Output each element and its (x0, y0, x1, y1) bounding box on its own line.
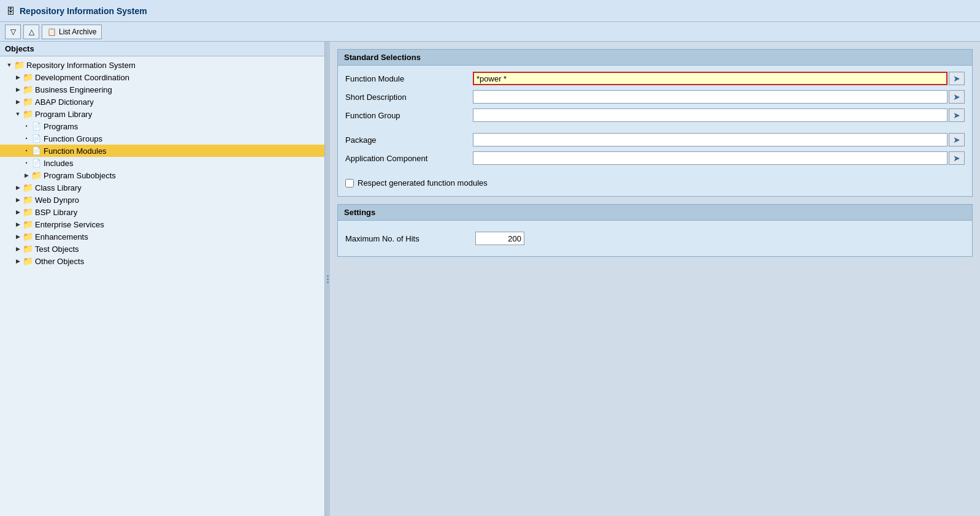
tree-arrow-prog-lib: ▼ (13, 110, 22, 118)
tree-label-includes: Includes (44, 159, 73, 168)
tree-item-programs[interactable]: •📄Programs (0, 120, 324, 132)
tree-item-web-dynpro[interactable]: ▶📁Web Dynpro (0, 194, 324, 206)
tree-item-enhancements[interactable]: ▶📁Enhancements (0, 230, 324, 243)
tree-item-abap-dict[interactable]: ▶📁ABAP Dictionary (0, 96, 324, 108)
tree-arrow-includes: • (22, 159, 31, 167)
form-lookup-btn-package[interactable]: ➤ (949, 133, 965, 146)
objects-header: Objects (0, 42, 324, 56)
tree-label-test-objects: Test Objects (35, 245, 79, 254)
tree-arrow-web-dynpro: ▶ (13, 195, 22, 204)
form-input-short-desc[interactable] (473, 90, 947, 104)
tree-arrow-class-lib: ▶ (13, 183, 22, 192)
form-lookup-btn-app-component[interactable]: ➤ (949, 151, 965, 165)
form-row-func-group: Function Group➤ (345, 108, 965, 122)
tree-label-enhancements: Enhancements (35, 232, 88, 241)
form-row-short-desc: Short Description➤ (345, 90, 965, 104)
tree-label-bsp-lib: BSP Library (35, 208, 77, 217)
toolbar-btn-down[interactable]: ▽ (5, 25, 21, 39)
tree-item-bsp-lib[interactable]: ▶📁BSP Library (0, 206, 324, 218)
tree-item-class-lib[interactable]: ▶📁Class Library (0, 181, 324, 194)
form-input-group-app-component: ➤ (473, 151, 965, 165)
checkbox-row-respect-generated: Respect generated function modules (345, 178, 965, 188)
tree-label-class-lib: Class Library (35, 183, 82, 192)
form-lookup-btn-func-group[interactable]: ➤ (949, 108, 965, 122)
form-input-func-module[interactable] (473, 72, 947, 85)
form-input-group-func-group: ➤ (473, 108, 965, 122)
toolbar-btn-up[interactable]: △ (23, 25, 39, 39)
tree-arrow-prog-subobj: ▶ (22, 171, 31, 180)
title-bar: 🗄 Repository Information System (0, 0, 980, 22)
standard-selections-body: Function Module➤Short Description➤Functi… (338, 66, 972, 196)
settings-section: Settings Maximum No. of Hits (337, 204, 973, 257)
tree-item-dev-coord[interactable]: ▶📁Development Coordination (0, 71, 324, 83)
folder-icon-bsp-lib: 📁 (22, 207, 33, 217)
folder-icon-dev-coord: 📁 (22, 72, 33, 82)
title-bar-text: Repository Information System (20, 6, 147, 16)
form-lookup-btn-func-module[interactable]: ➤ (949, 72, 965, 85)
list-archive-label: List Archive (59, 28, 96, 36)
tree-item-prog-lib[interactable]: ▼📁Program Library (0, 108, 324, 120)
max-hits-row: Maximum No. of Hits (345, 227, 965, 250)
form-spacer (345, 127, 965, 133)
tree-item-biz-eng[interactable]: ▶📁Business Engineering (0, 83, 324, 96)
left-panel: Objects ▼📁Repository Information System▶… (0, 42, 325, 516)
tree-item-ent-services[interactable]: ▶📁Enterprise Services (0, 218, 324, 230)
settings-header: Settings (338, 205, 972, 221)
max-hits-input[interactable] (475, 232, 524, 245)
list-archive-button[interactable]: 📋 List Archive (42, 25, 102, 39)
tree-arrow-test-objects: ▶ (13, 245, 22, 253)
tree-label-prog-lib: Program Library (35, 110, 92, 119)
tree-item-func-modules[interactable]: •📄Function Modules (0, 145, 324, 157)
splitter[interactable] (325, 42, 330, 516)
form-input-app-component[interactable] (473, 151, 947, 165)
form-row-func-module: Function Module➤ (345, 72, 965, 85)
folder-icon-other-objects: 📁 (22, 256, 33, 266)
tree-label-repo-info-sys: Repository Information System (26, 61, 136, 70)
form-label-func-module: Function Module (345, 74, 468, 83)
tree-item-repo-info-sys[interactable]: ▼📁Repository Information System (0, 59, 324, 71)
doc-icon-func-groups: 📄 (31, 134, 42, 143)
max-hits-label: Maximum No. of Hits (345, 234, 468, 243)
tree-arrow-programs: • (22, 122, 31, 131)
tree-arrow-enhancements: ▶ (13, 232, 22, 241)
tree-item-includes[interactable]: •📄Includes (0, 157, 324, 169)
doc-icon-programs: 📄 (31, 121, 42, 131)
folder-icon-ent-services: 📁 (22, 219, 33, 229)
form-label-func-group: Function Group (345, 111, 468, 120)
tree-arrow-repo-info-sys: ▼ (5, 61, 13, 69)
form-input-package[interactable] (473, 133, 947, 146)
checkbox-respect-generated[interactable] (345, 179, 354, 188)
tree-item-prog-subobj[interactable]: ▶📁Program Subobjects (0, 169, 324, 181)
form-label-short-desc: Short Description (345, 93, 468, 102)
settings-body: Maximum No. of Hits (338, 221, 972, 256)
tree-label-prog-subobj: Program Subobjects (44, 171, 116, 180)
form-input-group-func-module: ➤ (473, 72, 965, 85)
tree-label-biz-eng: Business Engineering (35, 85, 112, 94)
splitter-dot-1 (327, 275, 329, 277)
folder-icon-biz-eng: 📁 (22, 85, 33, 94)
form-row-app-component: Application Component➤ (345, 151, 965, 165)
right-panel: Standard Selections Function Module➤Shor… (330, 42, 980, 516)
tree-arrow-bsp-lib: ▶ (13, 208, 22, 216)
tree-item-func-groups[interactable]: •📄Function Groups (0, 132, 324, 145)
standard-selections-section: Standard Selections Function Module➤Shor… (337, 49, 973, 197)
folder-icon-enhancements: 📁 (22, 232, 33, 241)
form-input-group-package: ➤ (473, 133, 965, 146)
toolbar: ▽ △ 📋 List Archive (0, 22, 980, 42)
tree-arrow-other-objects: ▶ (13, 257, 22, 265)
form-label-app-component: Application Component (345, 154, 468, 163)
doc-icon-includes: 📄 (31, 158, 42, 168)
tree-arrow-func-modules: • (22, 146, 31, 155)
folder-icon-class-lib: 📁 (22, 183, 33, 192)
tree-item-test-objects[interactable]: ▶📁Test Objects (0, 243, 324, 255)
tree-label-other-objects: Other Objects (35, 257, 84, 266)
form-lookup-btn-short-desc[interactable]: ➤ (949, 90, 965, 104)
app-icon: 🗄 (5, 6, 16, 17)
tree-item-other-objects[interactable]: ▶📁Other Objects (0, 255, 324, 267)
tree-label-programs: Programs (44, 122, 78, 131)
tree-arrow-ent-services: ▶ (13, 220, 22, 229)
form-spacer-2 (345, 170, 965, 175)
list-archive-icon: 📋 (47, 28, 56, 36)
form-input-func-group[interactable] (473, 108, 947, 122)
form-row-package: Package➤ (345, 133, 965, 146)
